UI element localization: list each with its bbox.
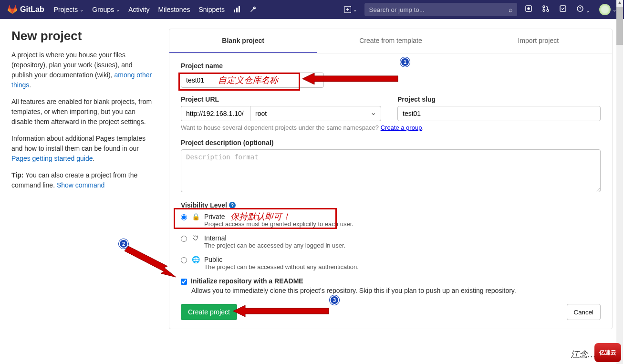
nav-snippets[interactable]: Snippets: [198, 6, 224, 13]
project-name-label: Project name: [181, 62, 601, 70]
chevron-down-icon: ⌄: [586, 8, 590, 13]
visibility-private-label: Private: [204, 213, 354, 220]
visibility-label: Visibility Level ?: [181, 201, 601, 209]
project-url-label: Project URL: [181, 95, 381, 103]
annotation-badge-1: 1: [400, 57, 410, 67]
visibility-public-label: Public: [204, 256, 359, 263]
chevron-down-icon: ⌄: [613, 7, 616, 12]
brand-text: GitLab: [20, 5, 44, 14]
visibility-internal-radio[interactable]: [181, 236, 187, 242]
svg-rect-2: [239, 6, 240, 12]
svg-point-6: [543, 6, 545, 8]
readme-label: Initialize repository with a README: [191, 277, 303, 285]
vertical-scrollbar[interactable]: ▲ ▼: [616, 0, 623, 364]
topbar-right: ? ⌄ ⌄: [525, 4, 616, 15]
nav-charts-icon[interactable]: [233, 6, 241, 13]
project-desc-input[interactable]: [181, 149, 601, 192]
project-desc-label: Project description (optional): [181, 139, 601, 146]
page-title: New project: [11, 29, 155, 43]
annotation-badge-2: 2: [119, 239, 128, 249]
scrollbar-thumb[interactable]: [616, 7, 623, 45]
side-p3: Information about additional Pages templ…: [11, 134, 155, 164]
svg-point-8: [547, 10, 549, 11]
search-box[interactable]: ⌕: [364, 3, 517, 16]
cancel-button[interactable]: Cancel: [567, 304, 601, 320]
help-icon[interactable]: ? ⌄: [576, 5, 590, 14]
side-p2: All features are enabled for blank proje…: [11, 97, 155, 127]
svg-rect-1: [236, 8, 238, 12]
chevron-down-icon: ⌄: [116, 7, 120, 12]
search-input[interactable]: [369, 6, 509, 13]
link-show-command[interactable]: Show command: [57, 181, 104, 189]
visibility-internal-label: Internal: [204, 234, 345, 242]
watermark-logo: 亿速云: [594, 343, 621, 362]
scrollbar-up-button[interactable]: ▲: [616, 0, 623, 7]
tabs: Blank project Create from template Impor…: [169, 29, 612, 53]
user-avatar[interactable]: ⌄: [599, 4, 616, 15]
annotation-badge-3: 3: [330, 295, 339, 305]
help-icon[interactable]: ?: [229, 202, 236, 208]
tab-blank-project[interactable]: Blank project: [169, 29, 317, 53]
chevron-down-icon: ⌄: [353, 7, 357, 12]
nav-groups[interactable]: Groups ⌄: [92, 6, 120, 13]
project-url-base: [181, 106, 250, 121]
avatar-icon: [599, 4, 611, 15]
issues-icon[interactable]: [525, 5, 532, 14]
visibility-public-desc: The project can be accessed without any …: [204, 263, 359, 270]
svg-text:?: ?: [579, 6, 581, 11]
merge-requests-icon[interactable]: [542, 5, 550, 14]
svg-marker-14: [233, 305, 329, 317]
visibility-public-row: 🌐 Public The project can be accessed wit…: [181, 256, 601, 270]
visibility-internal-row: 🛡 Internal The project can be accessed b…: [181, 234, 601, 249]
namespace-hint: Want to house several dependent projects…: [181, 124, 601, 131]
link-pages-guide[interactable]: Pages getting started guide: [11, 155, 93, 162]
chevron-down-icon: ⌄: [80, 7, 83, 12]
readme-desc: Allows you to immediately clone this pro…: [191, 287, 601, 294]
todos-icon[interactable]: [559, 5, 567, 14]
tab-import-project[interactable]: Import project: [465, 29, 612, 53]
svg-point-5: [528, 8, 530, 10]
tanuki-icon: [8, 5, 17, 14]
search-icon: ⌕: [509, 6, 512, 13]
lock-icon: 🔒: [192, 213, 199, 220]
visibility-internal-desc: The project can be accessed by any logge…: [204, 242, 345, 249]
create-project-button[interactable]: Create project: [181, 304, 237, 320]
topbar: GitLab Projects ⌄ Groups ⌄ Activity Mile…: [0, 0, 624, 19]
tab-create-template[interactable]: Create from template: [317, 29, 464, 53]
project-namespace-select[interactable]: root: [250, 106, 381, 121]
annotation-arrow-3: [233, 304, 333, 318]
globe-icon: 🌐: [192, 256, 199, 263]
nav-projects[interactable]: Projects ⌄: [54, 6, 84, 13]
watermark-text: 江念…: [571, 349, 595, 360]
new-project-form: Project name 自定义仓库名称 1 Project URL root …: [169, 53, 612, 329]
project-name-input[interactable]: [181, 73, 324, 88]
main-nav: Projects ⌄ Groups ⌄ Activity Milestones …: [54, 6, 257, 13]
visibility-private-desc: Project access must be granted explicitl…: [204, 220, 354, 228]
readme-checkbox[interactable]: [181, 279, 187, 285]
sidebar-info: New project A project is where you house…: [11, 29, 155, 329]
gitlab-logo[interactable]: GitLab: [8, 5, 44, 14]
readme-row: Initialize repository with a README: [181, 277, 601, 285]
shield-icon: 🛡: [192, 234, 199, 242]
svg-rect-0: [234, 10, 235, 12]
nav-milestones[interactable]: Milestones: [158, 6, 190, 13]
svg-point-7: [543, 10, 545, 11]
side-p1: A project is where you house your files …: [11, 50, 155, 90]
nav-wrench-icon[interactable]: [250, 6, 257, 13]
project-slug-input[interactable]: [397, 106, 601, 121]
visibility-public-radio[interactable]: [181, 257, 187, 263]
nav-activity[interactable]: Activity: [128, 6, 149, 13]
visibility-private-row: 🔒 Private Project access must be granted…: [181, 213, 601, 228]
project-slug-label: Project slug: [397, 95, 601, 103]
nav-plus[interactable]: ⌄: [344, 6, 357, 13]
link-create-group[interactable]: Create a group: [381, 124, 422, 131]
visibility-private-radio[interactable]: [181, 214, 187, 220]
side-p4: Tip: You can also create a project from …: [11, 170, 155, 190]
content-panel: Blank project Create from template Impor…: [169, 29, 613, 329]
